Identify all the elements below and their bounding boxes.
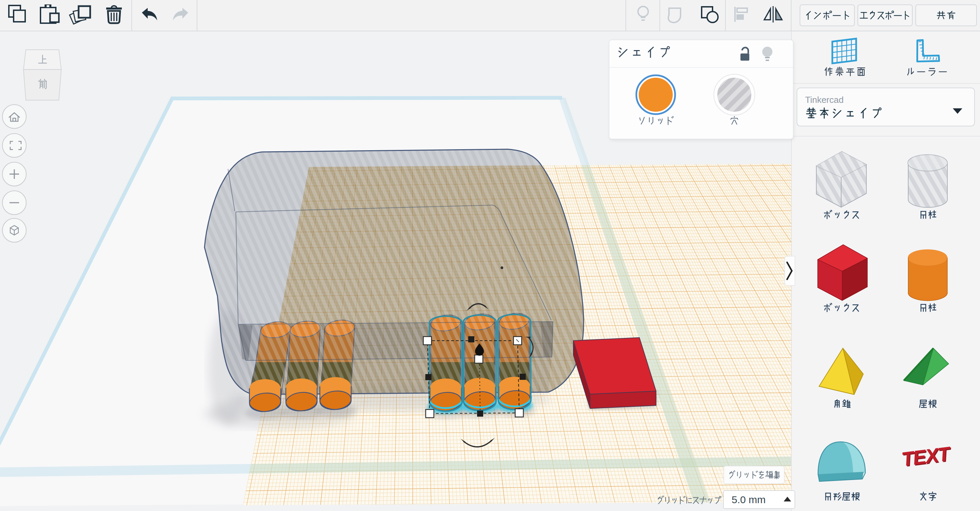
svg-text:5.0 mm: 5.0 mm [732,494,765,505]
svg-text:Tinkercad: Tinkercad [805,95,843,105]
